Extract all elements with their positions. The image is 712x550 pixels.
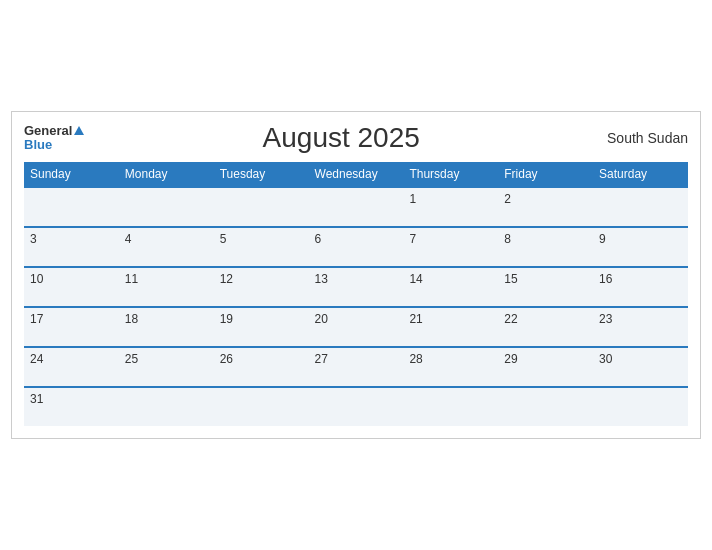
calendar-day: 29 (498, 347, 593, 387)
day-number: 17 (30, 312, 43, 326)
day-number: 22 (504, 312, 517, 326)
calendar-day (119, 187, 214, 227)
day-number: 31 (30, 392, 43, 406)
day-number: 10 (30, 272, 43, 286)
day-number: 5 (220, 232, 227, 246)
calendar-day: 28 (403, 347, 498, 387)
calendar-week-row: 10111213141516 (24, 267, 688, 307)
calendar-day: 24 (24, 347, 119, 387)
day-number: 3 (30, 232, 37, 246)
calendar-day: 7 (403, 227, 498, 267)
day-number: 9 (599, 232, 606, 246)
calendar-day: 31 (24, 387, 119, 426)
calendar-day: 11 (119, 267, 214, 307)
calendar-day: 3 (24, 227, 119, 267)
day-number: 29 (504, 352, 517, 366)
country-name: South Sudan (598, 130, 688, 146)
calendar-day: 18 (119, 307, 214, 347)
calendar-week-row: 31 (24, 387, 688, 426)
calendar-day: 9 (593, 227, 688, 267)
calendar-header: General Blue August 2025 South Sudan (24, 122, 688, 154)
day-number: 1 (409, 192, 416, 206)
calendar-day (593, 387, 688, 426)
day-number: 25 (125, 352, 138, 366)
day-number: 7 (409, 232, 416, 246)
calendar-day: 14 (403, 267, 498, 307)
day-number: 13 (315, 272, 328, 286)
day-number: 2 (504, 192, 511, 206)
day-number: 14 (409, 272, 422, 286)
day-number: 16 (599, 272, 612, 286)
calendar-day: 5 (214, 227, 309, 267)
weekday-header-row: Sunday Monday Tuesday Wednesday Thursday… (24, 162, 688, 187)
day-number: 30 (599, 352, 612, 366)
calendar-day: 20 (309, 307, 404, 347)
day-number: 19 (220, 312, 233, 326)
day-number: 11 (125, 272, 138, 286)
day-number: 12 (220, 272, 233, 286)
calendar-day (24, 187, 119, 227)
calendar-day: 27 (309, 347, 404, 387)
logo-triangle-icon (74, 126, 84, 135)
calendar-day: 6 (309, 227, 404, 267)
calendar-day: 8 (498, 227, 593, 267)
header-monday: Monday (119, 162, 214, 187)
header-sunday: Sunday (24, 162, 119, 187)
header-thursday: Thursday (403, 162, 498, 187)
calendar-day (214, 387, 309, 426)
day-number: 6 (315, 232, 322, 246)
day-number: 18 (125, 312, 138, 326)
day-number: 4 (125, 232, 132, 246)
day-number: 21 (409, 312, 422, 326)
day-number: 28 (409, 352, 422, 366)
day-number: 23 (599, 312, 612, 326)
calendar-day (214, 187, 309, 227)
calendar-day: 25 (119, 347, 214, 387)
header-friday: Friday (498, 162, 593, 187)
calendar-day (309, 387, 404, 426)
calendar-day: 17 (24, 307, 119, 347)
calendar: General Blue August 2025 South Sudan Sun… (11, 111, 701, 439)
calendar-day (309, 187, 404, 227)
calendar-day: 21 (403, 307, 498, 347)
logo-blue-text: Blue (24, 138, 52, 152)
day-number: 27 (315, 352, 328, 366)
calendar-day: 10 (24, 267, 119, 307)
calendar-table: Sunday Monday Tuesday Wednesday Thursday… (24, 162, 688, 426)
day-number: 24 (30, 352, 43, 366)
calendar-week-row: 12 (24, 187, 688, 227)
calendar-title: August 2025 (84, 122, 598, 154)
calendar-week-row: 3456789 (24, 227, 688, 267)
calendar-day (498, 387, 593, 426)
calendar-day: 30 (593, 347, 688, 387)
header-tuesday: Tuesday (214, 162, 309, 187)
calendar-week-row: 24252627282930 (24, 347, 688, 387)
calendar-day: 1 (403, 187, 498, 227)
calendar-day: 15 (498, 267, 593, 307)
calendar-day: 12 (214, 267, 309, 307)
calendar-day: 22 (498, 307, 593, 347)
header-wednesday: Wednesday (309, 162, 404, 187)
calendar-day (593, 187, 688, 227)
header-saturday: Saturday (593, 162, 688, 187)
calendar-day: 2 (498, 187, 593, 227)
calendar-day (403, 387, 498, 426)
day-number: 26 (220, 352, 233, 366)
day-number: 8 (504, 232, 511, 246)
calendar-day: 4 (119, 227, 214, 267)
day-number: 20 (315, 312, 328, 326)
calendar-day: 23 (593, 307, 688, 347)
calendar-day: 19 (214, 307, 309, 347)
calendar-day (119, 387, 214, 426)
calendar-week-row: 17181920212223 (24, 307, 688, 347)
calendar-day: 13 (309, 267, 404, 307)
calendar-day: 26 (214, 347, 309, 387)
day-number: 15 (504, 272, 517, 286)
logo-general-text: General (24, 124, 84, 138)
logo: General Blue (24, 124, 84, 153)
calendar-day: 16 (593, 267, 688, 307)
